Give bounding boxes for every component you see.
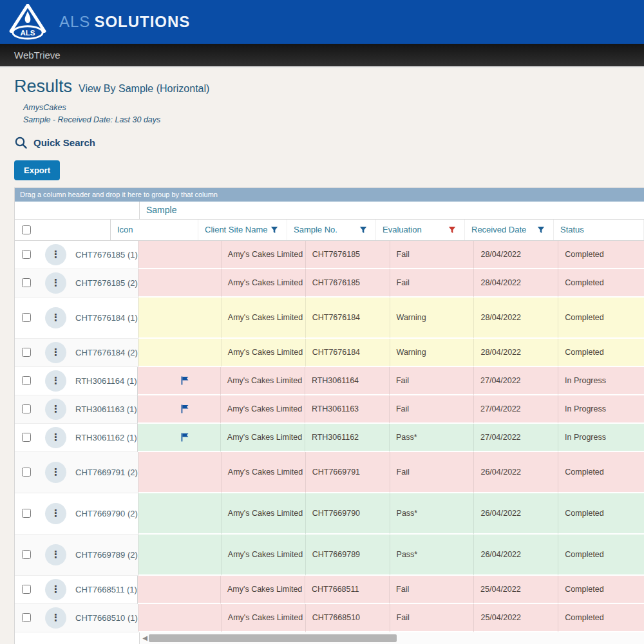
flag-icon <box>180 432 190 442</box>
cell-received: 27/04/2022 <box>474 395 558 424</box>
cell-status: In Progress <box>558 395 644 424</box>
row-checkbox[interactable] <box>22 250 31 259</box>
cell-received: 28/04/2022 <box>474 339 558 367</box>
cell-received: 27/04/2022 <box>474 367 558 395</box>
column-header-label: Sample No. <box>294 225 337 234</box>
row-checkbox[interactable] <box>22 404 31 413</box>
row-checkbox[interactable] <box>22 613 31 622</box>
cell-sample-no: CHT7676185 <box>306 241 390 269</box>
row-menu-button[interactable]: ⋮ <box>45 579 66 600</box>
row-menu-button[interactable]: ⋮ <box>45 607 66 629</box>
page-view-mode: View By Sample (Horizontal) <box>79 83 209 95</box>
row-menu-button[interactable]: ⋮ <box>45 244 66 265</box>
cell-client: Amy's Cakes Limited <box>222 241 306 269</box>
cell-received: 26/04/2022 <box>474 493 558 535</box>
filter-icon[interactable] <box>359 226 367 234</box>
group-by-drop-zone[interactable]: Drag a column header and drop it here to… <box>15 188 644 202</box>
table-row: ⋮CHT7669791 (2)Amy's Cakes LimitedCHT766… <box>15 452 644 493</box>
row-checkbox[interactable] <box>22 376 31 385</box>
column-header-icon[interactable]: Icon <box>111 220 198 240</box>
cell-icon <box>138 604 222 632</box>
cell-sample-no: CHT7676185 <box>306 269 390 298</box>
export-button[interactable]: Export <box>14 160 60 180</box>
horizontal-scrollbar[interactable]: ◀ <box>140 632 644 644</box>
table-row: ⋮RTH3061163 (1)Amy's Cakes LimitedRTH306… <box>15 395 644 424</box>
row-checkbox[interactable] <box>22 433 31 442</box>
cell-evaluation: Fail <box>390 241 475 269</box>
scrollbar-left-spacer <box>15 632 140 644</box>
row-menu-button[interactable]: ⋮ <box>45 427 66 448</box>
filter-icon[interactable] <box>448 226 456 234</box>
als-logo-icon: ALS <box>9 4 46 40</box>
row-checkbox[interactable] <box>22 509 31 518</box>
quick-search-label: Quick Search <box>33 137 95 148</box>
row-label: CHT7676185 (2) <box>75 278 138 288</box>
row-header-cell: ⋮CHT7669789 (2) <box>15 535 138 576</box>
row-menu-button[interactable]: ⋮ <box>45 370 66 392</box>
row-header-cell: ⋮CHT7668511 (1) <box>15 576 138 604</box>
column-header-client-site-name[interactable]: Client Site Name <box>198 220 287 240</box>
page-title: Results <box>14 77 72 97</box>
cell-sample-no: CHT7669790 <box>306 493 390 535</box>
select-all-checkbox[interactable] <box>22 225 31 234</box>
cell-sample-no: CHT7676184 <box>306 339 390 367</box>
table-row: ⋮CHT7668510 (1)Amy's Cakes LimitedCHT766… <box>15 604 644 632</box>
active-filters: AmysCakes Sample - Received Date: Last 3… <box>23 102 644 127</box>
scrollbar-thumb[interactable] <box>149 634 397 642</box>
cell-status: Completed <box>558 269 644 298</box>
cell-status: Completed <box>558 493 644 535</box>
column-header-status[interactable]: Status <box>554 220 644 240</box>
row-checkbox[interactable] <box>22 550 31 559</box>
table-row: ⋮CHT7676185 (2)Amy's Cakes LimitedCHT767… <box>15 269 644 298</box>
row-checkbox[interactable] <box>22 468 31 477</box>
row-checkbox[interactable] <box>22 278 31 287</box>
row-menu-button[interactable]: ⋮ <box>45 399 66 420</box>
row-menu-button[interactable]: ⋮ <box>45 503 66 524</box>
quick-search-toggle[interactable]: Quick Search <box>14 136 644 149</box>
scroll-left-arrow-icon[interactable]: ◀ <box>141 634 149 641</box>
column-header-sample-no-[interactable]: Sample No. <box>287 220 376 240</box>
column-header-evaluation[interactable]: Evaluation <box>376 220 465 240</box>
row-header-cell: ⋮CHT7676184 (1) <box>15 298 138 339</box>
cell-evaluation: Fail <box>390 367 474 395</box>
cell-evaluation: Fail <box>390 604 475 632</box>
filter-icon[interactable] <box>537 226 545 234</box>
row-label: RTH3061162 (1) <box>75 433 137 442</box>
cell-icon <box>138 367 221 395</box>
group-header-sample[interactable]: Sample <box>140 202 644 219</box>
row-checkbox[interactable] <box>22 348 31 357</box>
row-menu-button[interactable]: ⋮ <box>45 342 66 363</box>
cell-icon <box>138 298 222 339</box>
row-menu-button[interactable]: ⋮ <box>45 307 66 328</box>
brand-solutions: SOLUTIONS <box>94 13 190 30</box>
row-header-cell: ⋮CHT7676185 (1) <box>15 241 138 269</box>
row-label: CHT7676184 (1) <box>75 313 138 323</box>
row-menu-button[interactable]: ⋮ <box>45 272 66 294</box>
cell-status: Completed <box>558 452 644 493</box>
subnav-bar: WebTrieve <box>0 44 644 68</box>
cell-received: 26/04/2022 <box>474 535 558 576</box>
row-label: CHT7668510 (1) <box>75 613 138 623</box>
cell-evaluation: Fail <box>390 576 474 604</box>
select-all-cell <box>15 220 111 240</box>
cell-sample-no: CHT7668511 <box>305 576 390 604</box>
grid-body: ⋮CHT7676185 (1)Amy's Cakes LimitedCHT767… <box>15 241 644 632</box>
row-label: CHT7669790 (2) <box>75 509 138 518</box>
subnav-webtrieve-label[interactable]: WebTrieve <box>14 50 61 61</box>
cell-received: 28/04/2022 <box>474 241 558 269</box>
cell-sample-no: RTH3061163 <box>305 395 390 424</box>
row-checkbox[interactable] <box>22 585 31 594</box>
cell-evaluation: Fail <box>390 269 475 298</box>
cell-client: Amy's Cakes Limited <box>222 604 306 632</box>
column-header-received-date[interactable]: Received Date <box>465 220 554 240</box>
filter-icon[interactable] <box>270 226 278 234</box>
row-header-cell: ⋮CHT7676184 (2) <box>15 339 138 367</box>
row-header-cell: ⋮CHT7669790 (2) <box>15 493 138 535</box>
row-checkbox[interactable] <box>22 313 31 322</box>
brand-wordmark: ALSSOLUTIONS <box>59 13 190 31</box>
row-menu-button[interactable]: ⋮ <box>45 462 66 483</box>
row-menu-button[interactable]: ⋮ <box>45 544 66 565</box>
brand-als: ALS <box>59 13 90 30</box>
cell-received: 27/04/2022 <box>474 424 558 452</box>
column-headers: IconClient Site NameSample No.Evaluation… <box>111 220 644 240</box>
